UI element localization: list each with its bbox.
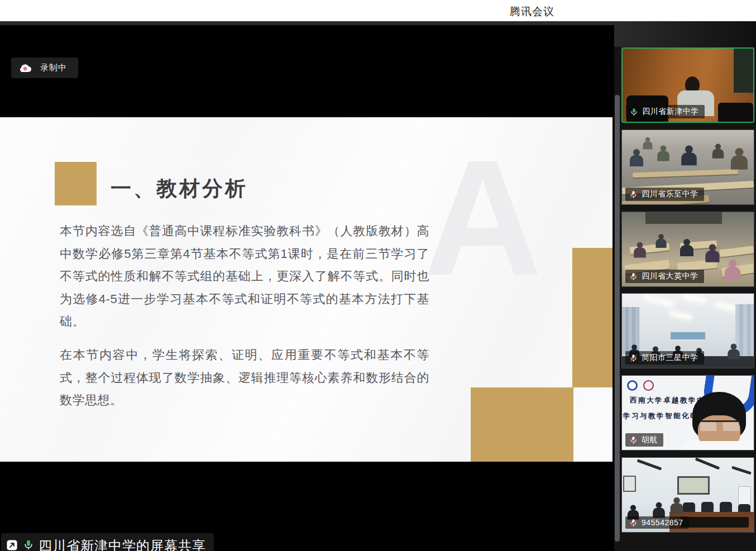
participant-tile-5[interactable]: 西南大学卓越教学中心 学习与教学智能化研究中 胡航 xyxy=(621,375,754,451)
participant-name: 胡航 xyxy=(642,435,658,445)
mic-on-icon xyxy=(630,108,638,116)
slide-gold-rect-vertical xyxy=(572,248,613,387)
participant-name: 四川省新津中学 xyxy=(642,107,699,117)
shared-screen-top-strip xyxy=(0,21,614,25)
mic-muted-icon xyxy=(629,354,638,362)
glasses xyxy=(700,420,739,431)
mic-muted-icon xyxy=(629,436,638,444)
mic-muted-icon xyxy=(629,190,638,199)
participant-tile-2[interactable]: 四川省乐至中学 xyxy=(621,130,754,205)
window-title-bar: 腾讯会议 xyxy=(0,0,756,22)
participants-panel: 四川省新津中学 四川省乐至中学 xyxy=(614,21,756,551)
participant-name: 945542857 xyxy=(642,518,683,527)
participant-name-badge: 四川省大英中学 xyxy=(625,270,704,283)
participants-scrollbar[interactable] xyxy=(615,95,620,542)
slide-title: 一、教材分析 xyxy=(111,175,248,203)
mic-muted-icon xyxy=(629,272,638,281)
participant-name-badge: 四川省乐至中学 xyxy=(625,188,704,201)
participant-name-badge: 四川省新津中学 xyxy=(626,105,705,118)
participant-tile-6[interactable]: 945542857 xyxy=(621,457,754,533)
screen-share-banner: 四川省新津中学的屏幕共享 xyxy=(1,533,214,551)
recording-label: 录制中 xyxy=(40,63,67,73)
participant-name-badge: 胡航 xyxy=(625,433,663,447)
participant-name-badge: 945542857 xyxy=(625,516,689,529)
slide-paragraph-2: 在本节内容中，学生将探索、证明、应用重要不等式和基本不等式，整个过程体现了数学抽… xyxy=(60,344,429,412)
screen-share-view: 录制中 A 一、教材分析 本节内容选自《普通高中课程标准实验教科书》（人教版教材… xyxy=(0,21,614,551)
university-logo-icon xyxy=(627,380,638,391)
slide-gold-rect-bottom xyxy=(471,387,573,462)
screen-share-banner-label: 四川省新津中学的屏幕共享 xyxy=(39,537,206,551)
participant-name: 四川省乐至中学 xyxy=(642,189,698,199)
cloud-recording-icon xyxy=(18,63,32,73)
participant-name-badge: 简阳市三星中学 xyxy=(625,351,704,365)
slide-paragraph-1: 本节内容选自《普通高中课程标准实验教科书》（人教版教材）高中数学必修5第三章第4… xyxy=(60,220,429,333)
screen-share-icon xyxy=(6,539,18,551)
participant-name: 简阳市三星中学 xyxy=(642,353,698,363)
participant-tile-4[interactable]: 简阳市三星中学 xyxy=(621,293,754,368)
presentation-slide: A 一、教材分析 本节内容选自《普通高中课程标准实验教科书》（人教版教材）高中数… xyxy=(0,117,613,462)
center-logo-icon xyxy=(643,380,654,391)
panel-top-shade xyxy=(614,21,756,47)
participant-tile-1[interactable]: 四川省新津中学 xyxy=(621,47,754,123)
mic-on-icon xyxy=(23,539,34,550)
meeting-window: { "app": { "window_title": "腾讯会议" }, "re… xyxy=(0,0,756,551)
title-gold-square xyxy=(55,162,97,205)
participant-tile-3[interactable]: 四川省大英中学 xyxy=(621,212,754,287)
app-title: 腾讯会议 xyxy=(510,4,554,19)
wall-painting xyxy=(677,476,710,495)
participant-name: 四川省大英中学 xyxy=(642,271,698,281)
mic-muted-icon xyxy=(629,519,638,527)
recording-indicator[interactable]: 录制中 xyxy=(11,58,78,78)
slide-watermark-letter: A xyxy=(423,140,542,296)
